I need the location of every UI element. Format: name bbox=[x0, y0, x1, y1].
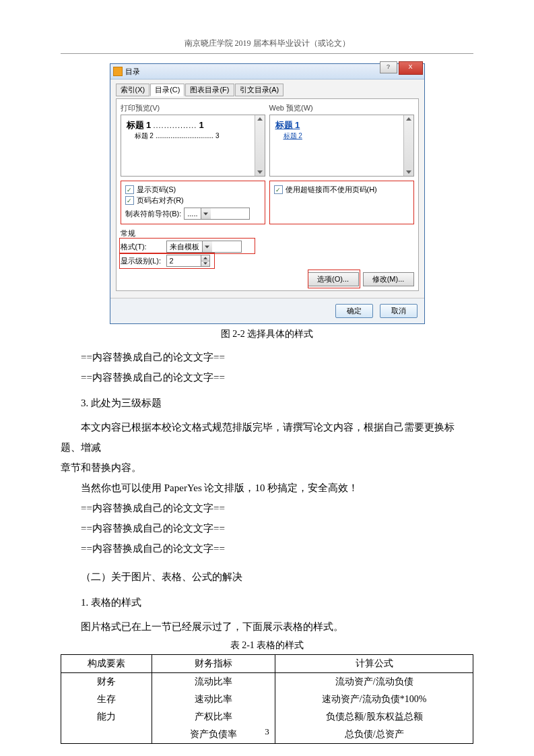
placeholder-line: ==内容替换成自己的论文文字== bbox=[61, 518, 473, 538]
tab-index[interactable]: 索引(X) bbox=[116, 84, 150, 96]
tab-toc[interactable]: 目录(C) bbox=[150, 84, 185, 96]
hyperlink-checkbox[interactable]: ✓ bbox=[274, 185, 283, 194]
pv-dots2: ............................... bbox=[156, 132, 213, 139]
cancel-button[interactable]: 取消 bbox=[380, 304, 418, 318]
heading-level-3: 1. 表格的样式 bbox=[61, 592, 473, 612]
placeholder-line: ==内容替换成自己的论文文字== bbox=[61, 538, 473, 559]
placeholder-line: ==内容替换成自己的论文文字== bbox=[61, 498, 473, 518]
general-label: 常规 bbox=[121, 228, 414, 239]
th-col2: 财务指标 bbox=[152, 655, 275, 673]
heading-level-3: 3. 此处为三级标题 bbox=[61, 393, 473, 413]
dialog-title: 目录 bbox=[125, 67, 140, 77]
paragraph: 图片格式已在上一节已经展示过了，下面展示表格的样式。 bbox=[61, 617, 473, 637]
pv-link2[interactable]: 标题 2 bbox=[283, 132, 302, 139]
placeholder-line: ==内容替换成自己的论文文字== bbox=[61, 347, 473, 367]
th-col3: 计算公式 bbox=[275, 655, 473, 673]
chevron-down-icon[interactable] bbox=[202, 241, 212, 252]
page-number: 3 bbox=[0, 726, 534, 737]
preview-scrollbar-2[interactable] bbox=[403, 115, 413, 176]
hyperlink-label: 使用超链接而不使用页码(H) bbox=[286, 185, 377, 195]
leader-label: 制表符前导符(B): bbox=[125, 209, 182, 219]
tab-figures[interactable]: 图表目录(F) bbox=[185, 84, 234, 96]
show-pages-label: 显示页码(S) bbox=[137, 185, 176, 195]
toc-dialog: 目录 ? X 索引(X) 目录(C) 图表目录(F) 引文目录(A) 打印预览(… bbox=[110, 63, 425, 324]
spin-up-icon[interactable] bbox=[201, 255, 209, 261]
figure-caption: 图 2-2 选择具体的样式 bbox=[61, 328, 473, 340]
format-value: 来自模板 bbox=[167, 241, 202, 252]
table-row: 能力 产权比率 负债总额/股东权益总额 bbox=[61, 708, 473, 726]
pv-page2: 3 bbox=[215, 132, 220, 139]
show-pages-checkbox[interactable]: ✓ bbox=[125, 185, 134, 194]
dialog-titlebar: 目录 ? X bbox=[110, 64, 424, 80]
right-align-label: 页码右对齐(R) bbox=[137, 195, 184, 206]
format-label: 格式(T): bbox=[121, 242, 162, 252]
table-row: 生存 速动比率 速动资产/流动负债*100% bbox=[61, 691, 473, 708]
web-preview-box: 标题 1 标题 2 bbox=[269, 115, 414, 177]
format-combo[interactable]: 来自模板 bbox=[166, 241, 242, 253]
preview-scrollbar[interactable] bbox=[255, 115, 265, 176]
tab-citations[interactable]: 引文目录(A) bbox=[235, 84, 284, 96]
print-preview-box: 标题 1 ................ 1 标题 2 ...........… bbox=[121, 115, 265, 177]
dialog-tabs: 索引(X) 目录(C) 图表目录(F) 引文目录(A) bbox=[116, 84, 419, 96]
levels-label: 显示级别(L): bbox=[121, 256, 162, 266]
close-button[interactable]: X bbox=[399, 61, 423, 75]
leader-value: ..... bbox=[185, 208, 200, 219]
th-col1: 构成要素 bbox=[61, 655, 152, 673]
spin-down-icon[interactable] bbox=[201, 261, 209, 267]
ok-button[interactable]: 确定 bbox=[335, 304, 373, 318]
paragraph: 本文内容已根据本校论文格式规范排版完毕，请撰写论文内容，根据自己需要更换标题、增… bbox=[61, 417, 473, 458]
paragraph: 当然你也可以使用 PaperYes 论文排版，10 秒搞定，安全高效！ bbox=[61, 478, 473, 498]
placeholder-line: ==内容替换成自己的论文文字== bbox=[61, 367, 473, 387]
web-preview-label: Web 预览(W) bbox=[269, 103, 414, 113]
table-header-row: 构成要素 财务指标 计算公式 bbox=[61, 655, 473, 673]
pv-heading2: 标题 2 bbox=[135, 132, 154, 139]
chevron-down-icon[interactable] bbox=[201, 208, 211, 219]
hyperlink-option-group: ✓ 使用超链接而不使用页码(H) bbox=[269, 181, 414, 224]
leader-combo[interactable]: ..... bbox=[184, 208, 250, 220]
table-row: 财务 流动比率 流动资产/流动负债 bbox=[61, 673, 473, 691]
modify-button[interactable]: 修改(M)... bbox=[363, 272, 414, 286]
right-align-checkbox[interactable]: ✓ bbox=[125, 196, 134, 205]
options-button[interactable]: 选项(O)... bbox=[308, 272, 359, 286]
levels-value: 2 bbox=[167, 255, 201, 266]
paragraph-cont: 章节和替换内容。 bbox=[61, 458, 473, 478]
dialog-icon bbox=[113, 67, 123, 76]
page-number-options-group: ✓ 显示页码(S) ✓ 页码右对齐(R) 制表符前导符(B): ..... bbox=[121, 181, 265, 224]
levels-spinner[interactable]: 2 bbox=[166, 255, 210, 267]
pv-page1: 1 bbox=[199, 120, 203, 130]
page-header: 南京晓庄学院 2019 届本科毕业设计（或论文） bbox=[61, 38, 473, 54]
pv-heading1: 标题 1 bbox=[127, 120, 152, 130]
print-preview-label: 打印预览(V) bbox=[121, 103, 265, 113]
pv-dots1: ................ bbox=[153, 121, 197, 129]
help-button[interactable]: ? bbox=[380, 61, 397, 73]
pv-link1[interactable]: 标题 1 bbox=[275, 120, 300, 130]
table-caption: 表 2-1 表格的样式 bbox=[61, 639, 473, 652]
heading-level-2: （二）关于图片、表格、公式的解决 bbox=[61, 567, 473, 587]
